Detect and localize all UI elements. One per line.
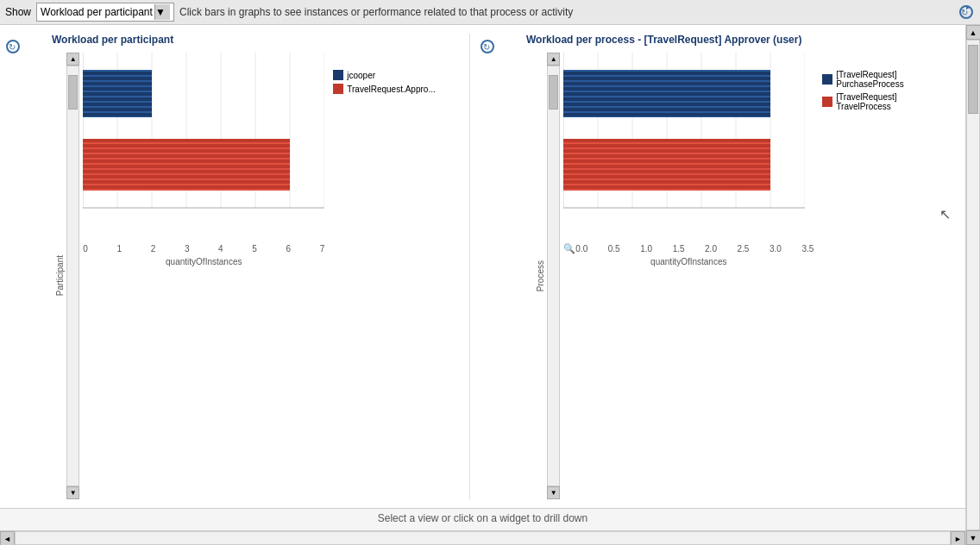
chart1-scroll-track [66, 66, 79, 486]
chart2-vscroll: ▲ ▼ [547, 53, 562, 499]
chart1-x-label: quantityOfInstances [83, 257, 324, 266]
legend-label-purchase: [TravelRequest]PurchaseProcess [836, 70, 903, 89]
chart2-section: Process ▲ ▼ [531, 53, 908, 499]
chart1-section: Participant ▲ ▼ [51, 53, 439, 499]
chart1-scroll-down[interactable]: ▼ [66, 486, 79, 499]
dropdown-arrow-icon[interactable]: ▼ [154, 4, 170, 20]
svg-text:↻: ↻ [961, 8, 968, 17]
show-label: Show [5, 6, 31, 18]
chart1-area: 0 1 2 3 4 5 6 7 quantityOfInstances [83, 53, 324, 499]
legend-label-jcooper: jcooper [347, 71, 375, 80]
toolbar-hint: Click bars in graphs to see instances or… [179, 6, 573, 18]
dropdown-value: Workload per participant [41, 6, 154, 18]
main-content: ↻ Workload per participant Participant [0, 25, 980, 545]
legend-item-travel: TravelRequest.Appro... [333, 84, 435, 94]
chart1-bar-travel[interactable] [83, 139, 290, 191]
chart2-x-label: quantityOfInstances [563, 257, 814, 266]
left-refresh-icon[interactable]: ↻ [4, 38, 22, 55]
legend-label-travelprocess: [TravelRequest]TravelProcess [836, 92, 896, 111]
cursor-area: ↖ [939, 34, 965, 499]
center-chart-refresh-icon[interactable]: ↻ [479, 38, 496, 55]
legend-color-travelprocess [822, 97, 832, 107]
vscroll-up-btn[interactable]: ▲ [966, 25, 981, 40]
right-scrollbar: ▲ ▼ [965, 25, 980, 545]
chart2-x-axis-row: 🔍 0.0 0.5 1.0 1.5 2.0 2.5 3.0 3.5 [563, 242, 814, 255]
chart2-scroll-down[interactable]: ▼ [547, 486, 560, 499]
chart1-title: Workload per participant [52, 34, 173, 46]
chart1-scroll-thumb[interactable] [68, 75, 78, 110]
legend-item-jcooper: jcooper [333, 70, 435, 80]
chart2-legend: [TravelRequest]PurchaseProcess [TravelRe… [822, 70, 903, 499]
vscroll-thumb[interactable] [968, 45, 978, 114]
left-refresh-svg: ↻ [4, 38, 22, 55]
status-bar: Select a view or click on a widget to dr… [0, 508, 965, 530]
toolbar: Show Workload per participant ▼ Click ba… [0, 0, 980, 25]
legend-item-purchase: [TravelRequest]PurchaseProcess [822, 70, 903, 89]
chart1-scroll-up[interactable]: ▲ [66, 53, 79, 66]
chart2-bar-purchase[interactable] [563, 70, 770, 117]
center-refresh-icon[interactable]: ↻ [958, 3, 975, 21]
legend-color-jcooper [333, 70, 343, 80]
chart1-wrapper: Workload per participant Participant ▲ [26, 34, 465, 499]
legend-label-travel: TravelRequest.Appro... [347, 85, 435, 94]
cursor-icon: ↖ [939, 206, 965, 222]
bottom-scrollbar: ◄ ► [0, 530, 965, 545]
magnify-icon[interactable]: 🔍 [563, 243, 575, 254]
chart2-scroll-up[interactable]: ▲ [547, 53, 560, 66]
svg-text:↻: ↻ [483, 42, 490, 52]
chart2-area: 🔍 0.0 0.5 1.0 1.5 2.0 2.5 3.0 3.5 [563, 53, 814, 499]
legend-color-travel [333, 84, 343, 94]
legend-item-travelprocess: [TravelRequest]TravelProcess [822, 92, 903, 111]
vscroll-down-btn[interactable]: ▼ [966, 530, 981, 545]
chart2-scroll-thumb[interactable] [549, 75, 558, 110]
svg-text:↻: ↻ [9, 42, 16, 52]
hscroll-left-btn[interactable]: ◄ [0, 531, 15, 545]
chart2-wrapper: Workload per process - [TravelRequest] A… [500, 34, 939, 499]
status-text: Select a view or click on a widget to dr… [378, 512, 587, 524]
hscroll-track[interactable] [15, 531, 951, 545]
chart2-scroll-track [547, 66, 560, 486]
vscroll-track[interactable] [966, 40, 980, 530]
chart1-vscroll: ▲ ▼ [66, 53, 81, 499]
center-refresh-svg: ↻ [479, 38, 496, 55]
chart2-y-label: Process [536, 260, 545, 291]
chart1-legend: jcooper TravelRequest.Appro... [333, 70, 435, 499]
chart1-y-label: Participant [55, 255, 65, 296]
chart1-bar-jcooper[interactable] [83, 70, 152, 117]
chart2-x-ticks: 0.0 0.5 1.0 1.5 2.0 2.5 3.0 3.5 [575, 242, 814, 255]
chart-divider [469, 34, 470, 499]
chart2-title: Workload per process - [TravelRequest] A… [526, 34, 801, 46]
chart1-x-ticks: 0 1 2 3 4 5 6 7 [83, 242, 324, 255]
charts-area: ↻ Workload per participant Participant [0, 25, 965, 508]
hscroll-right-btn[interactable]: ► [951, 531, 965, 545]
chart2-bar-travel[interactable] [563, 139, 770, 191]
chart1-svg[interactable] [83, 53, 324, 242]
legend-color-purchase [822, 74, 832, 85]
workload-dropdown[interactable]: Workload per participant ▼ [36, 3, 174, 22]
chart2-svg[interactable] [563, 53, 805, 242]
refresh-svg-icon: ↻ [958, 3, 975, 21]
